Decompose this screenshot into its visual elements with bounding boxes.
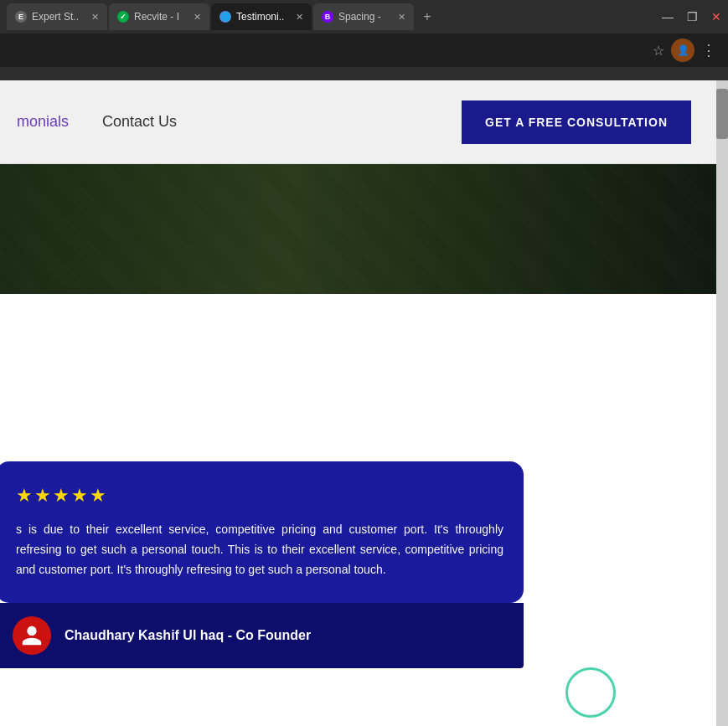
- cta-button[interactable]: GET A FREE CONSULTATION: [462, 100, 691, 144]
- tab-bar: E Expert St.. ✕ ✓ Recvite - I ✕ 🌐 Testim…: [0, 0, 728, 33]
- page-content: monials Contact Us GET A FREE CONSULTATI…: [0, 80, 716, 726]
- plus-icon: +: [423, 9, 431, 24]
- tab-expert-label: Expert St..: [32, 11, 86, 23]
- star-5: ★: [90, 485, 106, 507]
- address-bar-row: ☆ 👤 ⋮: [0, 33, 728, 67]
- testimonial-section: ★ ★ ★ ★ ★ s is due to their excellent se…: [0, 461, 716, 668]
- tab-expert-favicon: E: [15, 11, 27, 23]
- tab-testimon[interactable]: 🌐 Testimoni.. ✕: [211, 3, 312, 30]
- nav-link-contact[interactable]: Contact Us: [102, 113, 177, 131]
- decorative-circle: [565, 667, 616, 718]
- author-card: Chaudhary Kashif Ul haq - Co Founder: [0, 603, 524, 668]
- browser-chrome: E Expert St.. ✕ ✓ Recvite - I ✕ 🌐 Testim…: [0, 0, 728, 80]
- tab-testimon-label: Testimoni..: [236, 11, 291, 23]
- tab-expert-close[interactable]: ✕: [91, 12, 99, 23]
- author-name: Chaudhary Kashif Ul haq - Co Founder: [65, 628, 311, 643]
- navbar: monials Contact Us GET A FREE CONSULTATI…: [0, 80, 716, 164]
- profile-avatar[interactable]: 👤: [671, 39, 694, 62]
- browser-menu-icon[interactable]: ⋮: [701, 41, 718, 59]
- hero-image: [0, 164, 716, 294]
- person-icon: [20, 624, 44, 647]
- tab-spacing[interactable]: B Spacing - ✕: [313, 3, 414, 30]
- page-viewport: monials Contact Us GET A FREE CONSULTATI…: [0, 80, 728, 726]
- new-tab-button[interactable]: +: [416, 5, 439, 28]
- bookmark-icon[interactable]: ☆: [653, 43, 664, 59]
- tab-spacing-close[interactable]: ✕: [398, 12, 405, 23]
- tab-expert[interactable]: E Expert St.. ✕: [7, 3, 107, 30]
- maximize-button[interactable]: ❐: [687, 10, 698, 23]
- star-3: ★: [53, 485, 70, 507]
- nav-links: monials Contact Us: [17, 113, 177, 131]
- window-controls: — ❐ ✕: [662, 10, 721, 23]
- tab-recvite[interactable]: ✓ Recvite - I ✕: [109, 3, 209, 30]
- scrollbar-thumb[interactable]: [716, 89, 728, 139]
- tab-recvite-favicon: ✓: [117, 11, 129, 23]
- tab-spacing-label: Spacing -: [338, 11, 393, 23]
- white-spacer: [0, 294, 716, 461]
- testimonial-card: ★ ★ ★ ★ ★ s is due to their excellent se…: [0, 461, 524, 603]
- tab-recvite-close[interactable]: ✕: [194, 12, 201, 23]
- tab-testimon-close[interactable]: ✕: [296, 12, 303, 23]
- scrollbar-track[interactable]: [716, 80, 728, 726]
- star-rating: ★ ★ ★ ★ ★: [16, 485, 503, 507]
- tab-spacing-favicon: B: [322, 11, 333, 23]
- author-avatar: [13, 616, 51, 655]
- close-button[interactable]: ✕: [711, 10, 721, 23]
- avatar-initial: 👤: [677, 44, 689, 56]
- star-4: ★: [71, 485, 88, 507]
- nav-link-testimonials[interactable]: monials: [17, 113, 69, 131]
- testimonial-text: s is due to their excellent service, com…: [16, 520, 503, 579]
- tab-recvite-label: Recvite - I: [134, 11, 188, 23]
- tab-testimon-favicon: 🌐: [219, 11, 231, 23]
- minimize-button[interactable]: —: [662, 10, 674, 23]
- star-1: ★: [16, 485, 33, 507]
- star-2: ★: [34, 485, 51, 507]
